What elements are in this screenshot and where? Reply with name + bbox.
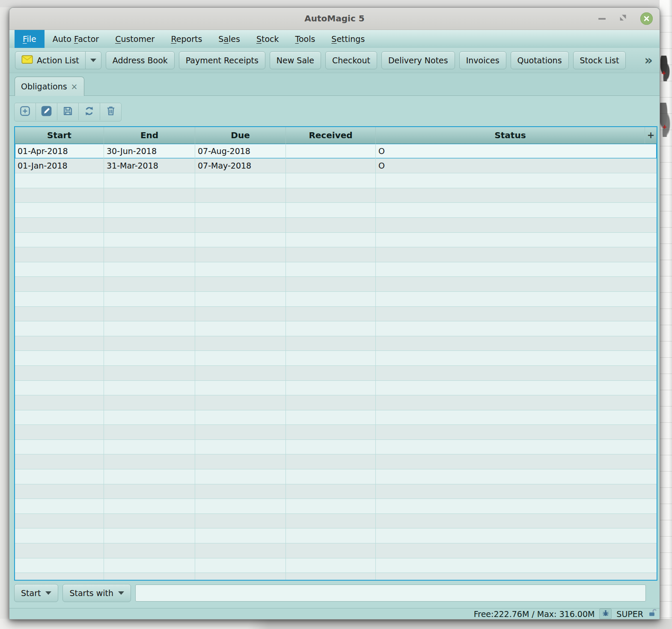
title-bar[interactable]: AutoMagic 5: [9, 8, 660, 30]
table-cell: [195, 454, 286, 469]
table-row-empty: [15, 233, 657, 248]
table-cell: [104, 514, 195, 528]
desktop-artifact-marker: [662, 71, 666, 75]
table-cell: [376, 188, 657, 203]
table-cell: [104, 410, 195, 425]
table-cell: [195, 321, 286, 336]
table-cell: [15, 336, 104, 351]
table-row-empty: [15, 573, 657, 580]
table-cell: [286, 558, 376, 573]
column-header-status[interactable]: Status: [376, 127, 645, 143]
cell-received: [286, 159, 376, 173]
table-cell: [104, 247, 195, 262]
table-cell: [376, 469, 657, 484]
add-button[interactable]: [15, 103, 36, 120]
delete-button[interactable]: [100, 103, 121, 120]
menu-settings[interactable]: Settings: [323, 30, 373, 48]
add-column-button[interactable]: +: [645, 127, 657, 143]
column-header-received[interactable]: Received: [286, 127, 376, 143]
filter-operator-dropdown[interactable]: Starts with: [62, 584, 131, 602]
table-cell: [376, 514, 657, 528]
action-list-label: Action List: [37, 56, 79, 65]
table-cell: [104, 188, 195, 203]
menu-auto-factor[interactable]: Auto Factor: [45, 30, 107, 48]
obligations-panel: Start End Due Received Status + 01-Apr-2…: [9, 96, 660, 608]
menu-bar: File Auto Factor Customer Reports Sales …: [9, 30, 660, 48]
toolbar-button-stock-list[interactable]: Stock List: [573, 51, 626, 69]
table-row[interactable]: 01-Jan-2018 31-Mar-2018 07-May-2018 O: [15, 159, 657, 174]
toolbar-button-address-book[interactable]: Address Book: [106, 51, 175, 69]
table-cell: [15, 247, 104, 262]
close-icon[interactable]: [640, 12, 653, 25]
chevron-down-icon: [118, 591, 124, 595]
table-cell: [15, 514, 104, 528]
chevron-down-icon: [45, 591, 51, 595]
table-cell: [376, 173, 657, 188]
table-cell: [104, 277, 195, 291]
column-header-end[interactable]: End: [104, 127, 195, 143]
filter-field-dropdown[interactable]: Start: [14, 584, 58, 602]
menu-stock[interactable]: Stock: [248, 30, 287, 48]
menu-reports[interactable]: Reports: [163, 30, 210, 48]
table-cell: [376, 218, 657, 232]
column-header-due[interactable]: Due: [195, 127, 286, 143]
table-cell: [286, 395, 376, 410]
table-cell: [286, 440, 376, 454]
menu-file[interactable]: File: [15, 30, 45, 48]
restore-icon[interactable]: [619, 14, 627, 23]
table-cell: [15, 395, 104, 410]
table-cell: [15, 454, 104, 469]
menu-tools[interactable]: Tools: [287, 30, 324, 48]
toolbar-button-quotations[interactable]: Quotations: [511, 51, 569, 69]
action-list-button[interactable]: Action List: [15, 52, 85, 69]
toolbar-button-checkout[interactable]: Checkout: [325, 51, 377, 69]
menu-sales[interactable]: Sales: [210, 30, 248, 48]
desktop-background-right: [660, 0, 672, 629]
cell-start: 01-Apr-2018: [15, 144, 104, 158]
tab-label: Obligations: [21, 82, 67, 91]
table-cell: [195, 469, 286, 484]
table-cell: [376, 277, 657, 291]
table-row-empty: [15, 203, 657, 218]
toolbar-button-invoices[interactable]: Invoices: [459, 51, 506, 69]
cell-end: 30-Jun-2018: [104, 144, 195, 158]
table-cell: [15, 277, 104, 291]
table-cell: [104, 395, 195, 410]
table-row-empty: [15, 351, 657, 366]
column-header-start[interactable]: Start: [15, 127, 104, 143]
unlock-icon[interactable]: [648, 608, 657, 619]
tab-obligations[interactable]: Obligations ×: [15, 77, 84, 96]
table-cell: [104, 573, 195, 580]
toolbar-button-payment-receipts[interactable]: Payment Receipts: [179, 51, 265, 69]
edit-button[interactable]: [36, 103, 57, 120]
table-cell: [15, 543, 104, 558]
table-body: 01-Apr-2018 30-Jun-2018 07-Aug-2018 O 01…: [15, 144, 657, 580]
desktop-artifact: [659, 103, 670, 137]
toolbar-button-delivery-notes[interactable]: Delivery Notes: [381, 51, 455, 69]
table-cell: [15, 573, 104, 580]
filter-value-input[interactable]: [135, 584, 646, 602]
table-cell: [104, 262, 195, 277]
toolbar-button-new-sale[interactable]: New Sale: [270, 51, 321, 69]
refresh-button[interactable]: [79, 103, 100, 120]
minimize-icon[interactable]: [598, 18, 606, 20]
table-cell: [195, 173, 286, 188]
table-cell: [195, 440, 286, 454]
table-cell: [286, 410, 376, 425]
table-cell: [104, 307, 195, 321]
toolbar-overflow-button[interactable]: »: [643, 52, 654, 69]
tab-close-icon[interactable]: ×: [71, 83, 78, 91]
table-cell: [195, 558, 286, 573]
action-list-dropdown-button[interactable]: [85, 52, 101, 69]
cell-end: 31-Mar-2018: [104, 159, 195, 173]
table-cell: [286, 573, 376, 580]
debug-button[interactable]: [599, 608, 612, 619]
table-row-empty: [15, 469, 657, 484]
table-cell: [195, 528, 286, 543]
save-button[interactable]: [57, 103, 79, 120]
table-cell: [104, 292, 195, 306]
table-row[interactable]: 01-Apr-2018 30-Jun-2018 07-Aug-2018 O: [15, 144, 657, 159]
table-cell: [195, 277, 286, 291]
table-cell: [15, 366, 104, 380]
menu-customer[interactable]: Customer: [107, 30, 163, 48]
